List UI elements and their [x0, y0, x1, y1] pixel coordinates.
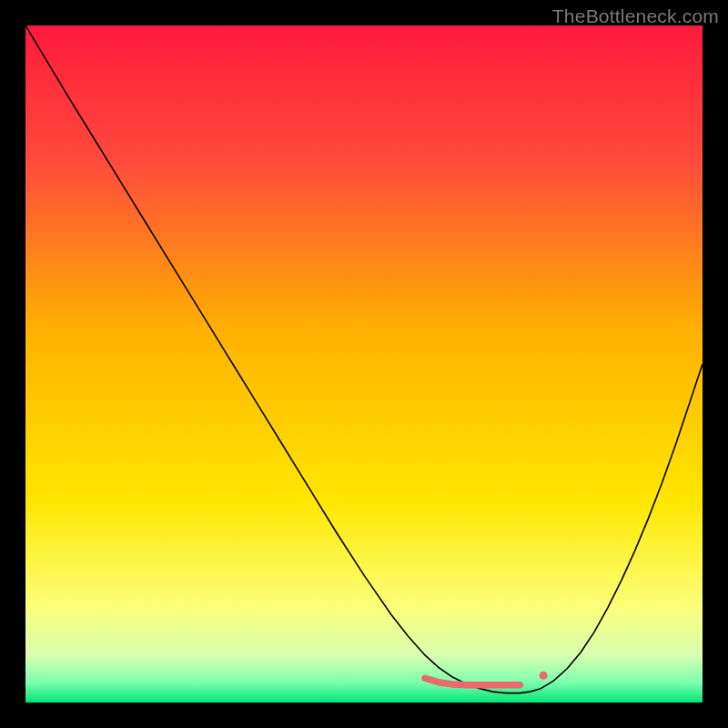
gradient-background	[25, 25, 703, 703]
plot-area	[25, 25, 703, 703]
optimal-dot	[540, 672, 548, 680]
chart-container: TheBottleneck.com	[0, 0, 728, 728]
chart-svg	[25, 25, 703, 703]
marker-layer	[540, 672, 548, 680]
watermark-text: TheBottleneck.com	[552, 5, 719, 27]
